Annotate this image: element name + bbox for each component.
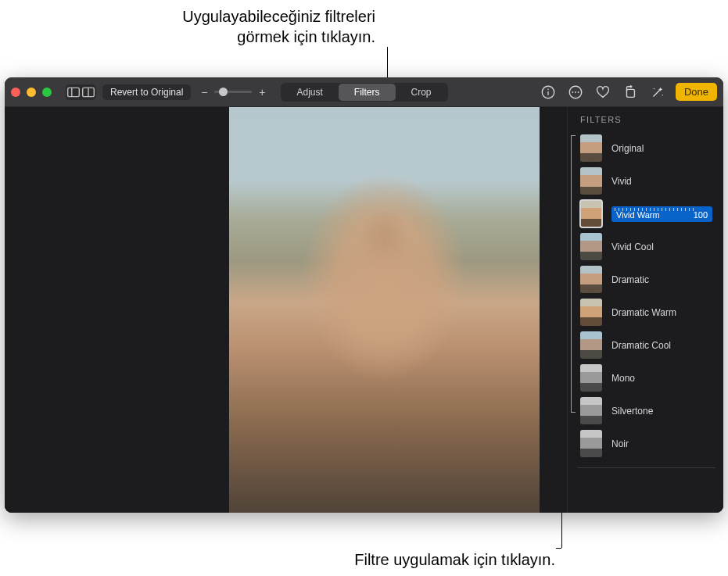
filter-list: OriginalVividVivid Warm100Vivid CoolDram… [577,132,715,460]
svg-point-13 [662,94,663,95]
filter-item-vivid[interactable]: Vivid [577,165,715,197]
filter-label: Dramatic Warm [611,307,712,318]
svg-point-10 [578,91,579,93]
filter-label: Dramatic Cool [611,340,712,351]
filter-label: Dramatic [611,274,712,285]
tab-crop[interactable]: Crop [396,84,447,101]
filter-label: Mono [611,373,712,384]
svg-point-9 [575,91,576,93]
edit-mode-tabs: Adjust Filters Crop [280,83,447,102]
minimize-window-button[interactable] [27,88,36,97]
filter-item-noir[interactable]: Noir [577,428,715,460]
filter-label: Vivid [611,176,712,187]
favorite-icon[interactable] [594,83,612,102]
toolbar: Revert to Original − + Adjust Filters Cr… [5,77,723,107]
filter-label: Original [611,143,712,154]
filter-thumbnail [580,331,602,359]
close-window-button[interactable] [11,88,20,97]
filter-item-dramatic-cool[interactable]: Dramatic Cool [577,329,715,361]
zoom-control[interactable]: − + [197,85,269,99]
photo-preview[interactable] [229,107,540,513]
auto-enhance-icon[interactable] [648,83,667,102]
filters-title: FILTERS [577,115,715,124]
filter-thumbnail [580,233,602,260]
filter-item-original[interactable]: Original [577,132,715,164]
filter-intensity-slider[interactable]: Vivid Warm100 [611,206,712,222]
filter-thumbnail [580,299,602,326]
fullscreen-window-button[interactable] [42,88,52,97]
split-view-icon[interactable] [81,85,95,99]
svg-rect-0 [68,88,80,96]
filter-item-silvertone[interactable]: Silvertone [577,395,715,427]
filter-thumbnail [580,134,602,162]
filter-thumbnail [580,430,602,457]
callout-filters-tab: Uygulayabileceğiniz filtreleri görmek iç… [133,6,375,47]
photo-canvas [5,107,567,513]
sidebar-toggle-icon[interactable] [66,85,81,99]
filter-label: Vivid Cool [611,241,712,252]
filter-item-dramatic-warm[interactable]: Dramatic Warm [577,296,715,328]
svg-rect-11 [626,89,634,97]
filter-thumbnail [580,167,602,195]
done-button[interactable]: Done [676,83,717,101]
svg-point-12 [654,88,654,88]
zoom-thumb[interactable] [219,88,228,96]
filter-item-mono[interactable]: Mono [577,362,715,394]
svg-point-6 [547,88,549,90]
revert-to-original-button[interactable]: Revert to Original [102,84,191,100]
zoom-slider[interactable] [214,91,252,93]
sidebar-divider [577,467,715,468]
callout-line [556,548,561,549]
rotate-icon[interactable] [621,83,640,102]
list-bracket [571,135,576,413]
filter-item-dramatic[interactable]: Dramatic [577,263,715,295]
toolbar-right: Done [539,83,717,102]
svg-point-8 [572,91,573,93]
tab-filters[interactable]: Filters [339,84,396,101]
filter-intensity-value: 100 [694,209,708,220]
zoom-in-button[interactable]: + [255,85,269,99]
filter-item-vivid-cool[interactable]: Vivid Cool [577,231,715,263]
filter-thumbnail [580,397,602,424]
filter-label: Noir [611,438,712,449]
callout-apply-filter: Filtre uygulamak için tıklayın. [336,549,555,570]
view-switch[interactable] [66,84,96,100]
filter-thumbnail [580,266,602,293]
filters-sidebar: FILTERS OriginalVividVivid Warm100Vivid … [567,107,723,513]
more-icon[interactable] [566,83,585,102]
info-icon[interactable] [539,83,558,102]
zoom-out-button[interactable]: − [197,85,211,99]
filter-thumbnail [580,200,602,227]
photos-edit-window: Revert to Original − + Adjust Filters Cr… [5,77,723,513]
filter-label: Silvertone [611,406,712,417]
content-area: FILTERS OriginalVividVivid Warm100Vivid … [5,107,723,513]
filter-item-vivid-warm[interactable]: Vivid Warm100 [577,198,715,230]
filter-thumbnail [580,364,602,392]
window-controls [11,88,52,97]
callout-line [561,512,562,548]
tab-adjust[interactable]: Adjust [281,84,338,101]
